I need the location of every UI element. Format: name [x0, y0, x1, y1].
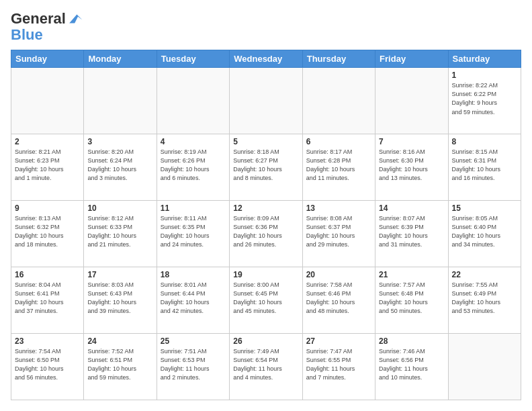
day-info: Sunrise: 8:08 AM Sunset: 6:37 PM Dayligh… — [306, 214, 371, 249]
day-info: Sunrise: 7:55 AM Sunset: 6:49 PM Dayligh… — [452, 281, 517, 316]
calendar-cell: 22Sunrise: 7:55 AM Sunset: 6:49 PM Dayli… — [448, 267, 521, 334]
calendar-cell: 23Sunrise: 7:54 AM Sunset: 6:50 PM Dayli… — [11, 334, 84, 400]
calendar-week-row: 16Sunrise: 8:04 AM Sunset: 6:41 PM Dayli… — [11, 267, 521, 334]
day-header-thursday: Thursday — [302, 50, 375, 68]
day-info: Sunrise: 7:49 AM Sunset: 6:54 PM Dayligh… — [233, 347, 298, 382]
day-info: Sunrise: 8:11 AM Sunset: 6:35 PM Dayligh… — [161, 214, 226, 249]
calendar-cell: 6Sunrise: 8:17 AM Sunset: 6:28 PM Daylig… — [302, 134, 375, 201]
calendar-cell: 4Sunrise: 8:19 AM Sunset: 6:26 PM Daylig… — [157, 134, 229, 201]
day-info: Sunrise: 8:16 AM Sunset: 6:30 PM Dayligh… — [379, 148, 444, 183]
day-number: 7 — [379, 137, 444, 146]
calendar-cell: 3Sunrise: 8:20 AM Sunset: 6:24 PM Daylig… — [84, 134, 157, 201]
day-info: Sunrise: 8:01 AM Sunset: 6:44 PM Dayligh… — [161, 281, 226, 316]
day-header-monday: Monday — [84, 50, 157, 68]
calendar-week-row: 9Sunrise: 8:13 AM Sunset: 6:32 PM Daylig… — [11, 201, 521, 267]
calendar-cell: 8Sunrise: 8:15 AM Sunset: 6:31 PM Daylig… — [448, 134, 521, 201]
day-number: 28 — [379, 336, 444, 346]
day-info: Sunrise: 8:21 AM Sunset: 6:23 PM Dayligh… — [15, 148, 80, 183]
day-number: 4 — [161, 137, 226, 146]
day-number: 9 — [15, 203, 80, 213]
day-number: 26 — [233, 336, 298, 346]
calendar-week-row: 1Sunrise: 8:22 AM Sunset: 6:22 PM Daylig… — [11, 68, 521, 134]
day-number: 14 — [379, 203, 444, 213]
calendar-cell: 5Sunrise: 8:18 AM Sunset: 6:27 PM Daylig… — [230, 134, 302, 201]
day-header-tuesday: Tuesday — [157, 50, 229, 68]
calendar-cell: 21Sunrise: 7:57 AM Sunset: 6:48 PM Dayli… — [375, 267, 448, 334]
logo-icon — [67, 11, 83, 27]
day-number: 16 — [15, 270, 80, 279]
day-info: Sunrise: 8:12 AM Sunset: 6:33 PM Dayligh… — [87, 214, 152, 249]
day-info: Sunrise: 8:05 AM Sunset: 6:40 PM Dayligh… — [452, 214, 517, 249]
day-number: 5 — [233, 137, 298, 146]
calendar-cell: 9Sunrise: 8:13 AM Sunset: 6:32 PM Daylig… — [11, 201, 84, 267]
day-number: 8 — [452, 137, 517, 146]
header: General Blue — [11, 11, 521, 43]
calendar-week-row: 2Sunrise: 8:21 AM Sunset: 6:23 PM Daylig… — [11, 134, 521, 201]
calendar-cell: 26Sunrise: 7:49 AM Sunset: 6:54 PM Dayli… — [230, 334, 302, 400]
day-info: Sunrise: 8:07 AM Sunset: 6:39 PM Dayligh… — [379, 214, 444, 249]
day-number: 19 — [233, 270, 298, 279]
calendar-cell: 7Sunrise: 8:16 AM Sunset: 6:30 PM Daylig… — [375, 134, 448, 201]
calendar-cell: 1Sunrise: 8:22 AM Sunset: 6:22 PM Daylig… — [448, 68, 521, 134]
day-number: 24 — [87, 336, 152, 346]
calendar-cell — [84, 68, 157, 134]
day-number: 21 — [379, 270, 444, 279]
logo-text-general: General — [11, 11, 66, 27]
day-info: Sunrise: 7:54 AM Sunset: 6:50 PM Dayligh… — [15, 347, 80, 382]
day-info: Sunrise: 7:52 AM Sunset: 6:51 PM Dayligh… — [87, 347, 152, 382]
calendar-cell: 10Sunrise: 8:12 AM Sunset: 6:33 PM Dayli… — [84, 201, 157, 267]
calendar-cell: 19Sunrise: 8:00 AM Sunset: 6:45 PM Dayli… — [230, 267, 302, 334]
day-number: 1 — [452, 71, 517, 80]
calendar-header-row: SundayMondayTuesdayWednesdayThursdayFrid… — [11, 50, 521, 68]
day-header-wednesday: Wednesday — [230, 50, 302, 68]
day-number: 3 — [87, 137, 152, 146]
calendar-cell: 11Sunrise: 8:11 AM Sunset: 6:35 PM Dayli… — [157, 201, 229, 267]
day-info: Sunrise: 7:51 AM Sunset: 6:53 PM Dayligh… — [161, 347, 226, 382]
day-number: 23 — [15, 336, 80, 346]
calendar-cell — [11, 68, 84, 134]
calendar-table: SundayMondayTuesdayWednesdayThursdayFrid… — [11, 50, 521, 400]
calendar-cell: 18Sunrise: 8:01 AM Sunset: 6:44 PM Dayli… — [157, 267, 229, 334]
calendar-cell: 17Sunrise: 8:03 AM Sunset: 6:43 PM Dayli… — [84, 267, 157, 334]
day-number: 2 — [15, 137, 80, 146]
page: General Blue SundayMondayTuesdayWednesda… — [0, 0, 532, 411]
day-info: Sunrise: 7:46 AM Sunset: 6:56 PM Dayligh… — [379, 347, 444, 382]
day-number: 6 — [306, 137, 371, 146]
day-number: 20 — [306, 270, 371, 279]
day-info: Sunrise: 8:18 AM Sunset: 6:27 PM Dayligh… — [233, 148, 298, 183]
day-info: Sunrise: 8:13 AM Sunset: 6:32 PM Dayligh… — [15, 214, 80, 249]
calendar-cell — [157, 68, 229, 134]
calendar-cell: 13Sunrise: 8:08 AM Sunset: 6:37 PM Dayli… — [302, 201, 375, 267]
calendar-cell: 28Sunrise: 7:46 AM Sunset: 6:56 PM Dayli… — [375, 334, 448, 400]
day-number: 15 — [452, 203, 517, 213]
day-info: Sunrise: 8:00 AM Sunset: 6:45 PM Dayligh… — [233, 281, 298, 316]
day-info: Sunrise: 8:17 AM Sunset: 6:28 PM Dayligh… — [306, 148, 371, 183]
calendar-cell — [448, 334, 521, 400]
day-header-saturday: Saturday — [448, 50, 521, 68]
day-number: 12 — [233, 203, 298, 213]
day-header-friday: Friday — [375, 50, 448, 68]
day-number: 27 — [306, 336, 371, 346]
calendar-cell: 2Sunrise: 8:21 AM Sunset: 6:23 PM Daylig… — [11, 134, 84, 201]
calendar-cell: 12Sunrise: 8:09 AM Sunset: 6:36 PM Dayli… — [230, 201, 302, 267]
svg-marker-0 — [69, 15, 82, 24]
day-info: Sunrise: 8:15 AM Sunset: 6:31 PM Dayligh… — [452, 148, 517, 183]
calendar-cell — [375, 68, 448, 134]
calendar-cell: 25Sunrise: 7:51 AM Sunset: 6:53 PM Dayli… — [157, 334, 229, 400]
logo-text-blue: Blue — [11, 27, 43, 43]
day-info: Sunrise: 8:22 AM Sunset: 6:22 PM Dayligh… — [452, 81, 517, 116]
day-info: Sunrise: 8:19 AM Sunset: 6:26 PM Dayligh… — [161, 148, 226, 183]
day-info: Sunrise: 7:47 AM Sunset: 6:55 PM Dayligh… — [306, 347, 371, 382]
day-info: Sunrise: 7:57 AM Sunset: 6:48 PM Dayligh… — [379, 281, 444, 316]
logo: General Blue — [11, 11, 83, 43]
calendar-cell: 14Sunrise: 8:07 AM Sunset: 6:39 PM Dayli… — [375, 201, 448, 267]
day-info: Sunrise: 8:04 AM Sunset: 6:41 PM Dayligh… — [15, 281, 80, 316]
day-header-sunday: Sunday — [11, 50, 84, 68]
day-number: 18 — [161, 270, 226, 279]
day-number: 13 — [306, 203, 371, 213]
calendar-cell — [230, 68, 302, 134]
day-number: 25 — [161, 336, 226, 346]
day-info: Sunrise: 8:09 AM Sunset: 6:36 PM Dayligh… — [233, 214, 298, 249]
day-number: 10 — [87, 203, 152, 213]
day-number: 22 — [452, 270, 517, 279]
